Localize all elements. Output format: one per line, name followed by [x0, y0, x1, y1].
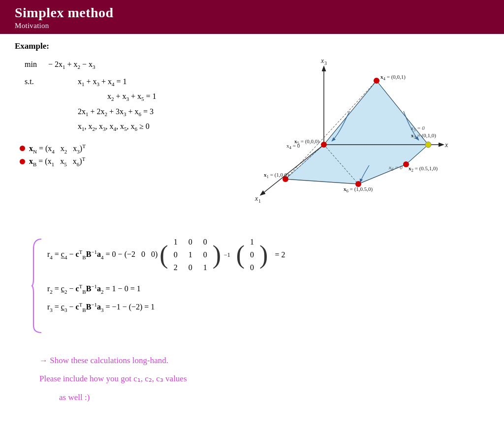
opt-objective: − 2x1 + x2 − x3 — [48, 57, 95, 72]
header-title: Simplex method — [15, 5, 489, 21]
xB-bullet — [20, 159, 25, 164]
opt-min-row: min − 2x1 + x2 − x3 — [25, 57, 221, 72]
svg-text:x: x — [320, 57, 324, 64]
vec-paren-right: ) — [259, 242, 268, 268]
brace-svg — [30, 234, 43, 338]
svg-point-25 — [425, 142, 431, 148]
paren-left: ( — [159, 242, 168, 268]
vec-r1: 1 — [249, 236, 255, 248]
handwritten-line3: as well :) — [59, 388, 489, 406]
svg-point-20 — [374, 78, 379, 84]
svg-text:x: x — [254, 195, 258, 202]
matrix-r3: 2 0 1 — [172, 262, 209, 274]
r2-text: r2 = c2 − cTBB−1a2 = 1 − 0 = 1 — [47, 282, 141, 296]
graph-section: x 3 x 2 x 1 — [236, 57, 489, 224]
r4-text: r4 = c4 − cTBB−1a4 = 0 − (−2 0 0) — [47, 248, 158, 261]
opt-st-label-row: s.t. x1 + x3 + x4 = 1 — [25, 74, 221, 90]
r2-equation: r2 = c2 − cTBB−1a2 = 1 − 0 = 1 — [47, 282, 285, 296]
r4-result: = 2 — [275, 249, 285, 261]
main-layout: min − 2x1 + x2 − x3 s.t. x1 + x3 + x4 = … — [15, 57, 489, 224]
xB-row: xB = (x1 x5 x6)T — [20, 156, 221, 167]
r4-equation: r4 = c4 − cTBB−1a4 = 0 − (−2 0 0) ( 1 0 … — [47, 234, 285, 276]
header: Simplex method Motivation — [0, 0, 504, 34]
vec-r2: 0 — [249, 249, 255, 261]
svg-text:x4 = (0,0,1): x4 = (0,0,1) — [380, 74, 406, 81]
opt-problem: min − 2x1 + x2 − x3 s.t. x1 + x3 + x4 = … — [25, 57, 221, 134]
header-subtitle: Motivation — [15, 22, 489, 30]
content-area: Example: min − 2x1 + x2 − x3 s.t. x1 + x… — [0, 34, 504, 411]
r3-equation: r3 = c3 − cTBB−1a3 = −1 − (−2) = 1 — [47, 301, 285, 314]
xN-bullet — [20, 146, 25, 151]
matrix-r1: 1 0 0 — [172, 236, 209, 248]
vec-r3: 0 — [249, 262, 255, 274]
eq-block: r4 = c4 − cTBB−1a4 = 0 − (−2 0 0) ( 1 0 … — [43, 234, 285, 338]
svg-marker-0 — [285, 81, 428, 184]
opt-st-label: s.t. — [25, 74, 44, 89]
r3-text: r3 = c3 − cTBB−1a3 = −1 − (−2) = 1 — [47, 301, 155, 314]
opt-c3: 2x1 + 2x2 + 3x3 + x6 = 3 — [78, 104, 154, 120]
handwritten-line2: Please include how you got c₁, c₂, c₃ va… — [39, 369, 489, 388]
matrix-body: 1 0 0 0 1 0 2 0 — [168, 234, 213, 276]
svg-text:x: x — [444, 141, 448, 149]
handwritten-annotation: → Show these calculations long-hand. Ple… — [39, 351, 489, 406]
opt-min-label: min — [25, 57, 44, 72]
svg-text:x6 = (1,0.5,0): x6 = (1,0.5,0) — [344, 186, 373, 193]
opt-c2: x2 + x3 + x5 = 1 — [107, 89, 157, 104]
matrix-container: ( 1 0 0 0 1 0 — [159, 234, 221, 276]
opt-c2-row: x2 + x3 + x5 = 1 — [25, 89, 221, 104]
svg-text:1: 1 — [258, 198, 261, 204]
svg-text:x5 = (0,0,0): x5 = (0,0,0) — [294, 138, 319, 146]
example-label: Example: — [15, 41, 489, 51]
xN-row: xN = (x4 x2 x3)T — [20, 143, 221, 154]
opt-c4-row: x1, x2, x3, x4, x5, x6 ≥ 0 — [25, 119, 221, 134]
xB-label: xB = (x1 x5 x6)T — [29, 156, 85, 167]
svg-text:3: 3 — [324, 61, 327, 66]
opt-c1: x1 + x3 + x4 = 1 — [78, 74, 127, 90]
math-section: min − 2x1 + x2 − x3 s.t. x1 + x3 + x4 = … — [15, 57, 221, 169]
opt-c4: x1, x2, x3, x4, x5, x6 ≥ 0 — [78, 119, 150, 134]
svg-point-22 — [321, 142, 327, 148]
opt-c3-row: 2x1 + 2x2 + 3x3 + x6 = 3 — [25, 104, 221, 120]
matrix-exponent: −1 — [224, 250, 230, 259]
vector-body: 1 0 0 — [245, 234, 259, 276]
paren-right: ) — [213, 242, 221, 268]
svg-text:x2 = (0.5,1,0): x2 = (0.5,1,0) — [409, 165, 438, 173]
vector-container: ( 1 0 0 ) — [236, 234, 268, 276]
equations-section: r4 = c4 − cTBB−1a4 = 0 − (−2 0 0) ( 1 0 … — [15, 234, 489, 338]
matrix-r2: 0 1 0 — [172, 249, 209, 261]
xN-label: xN = (x4 x2 x3)T — [29, 143, 86, 154]
vectors-section: xN = (x4 x2 x3)T xB = (x1 x5 x6)T — [20, 143, 221, 167]
feasible-region-graph: x 3 x 2 x 1 — [236, 57, 448, 219]
vec-paren-left: ( — [236, 242, 245, 268]
handwritten-line1: → Show these calculations long-hand. — [39, 351, 489, 369]
